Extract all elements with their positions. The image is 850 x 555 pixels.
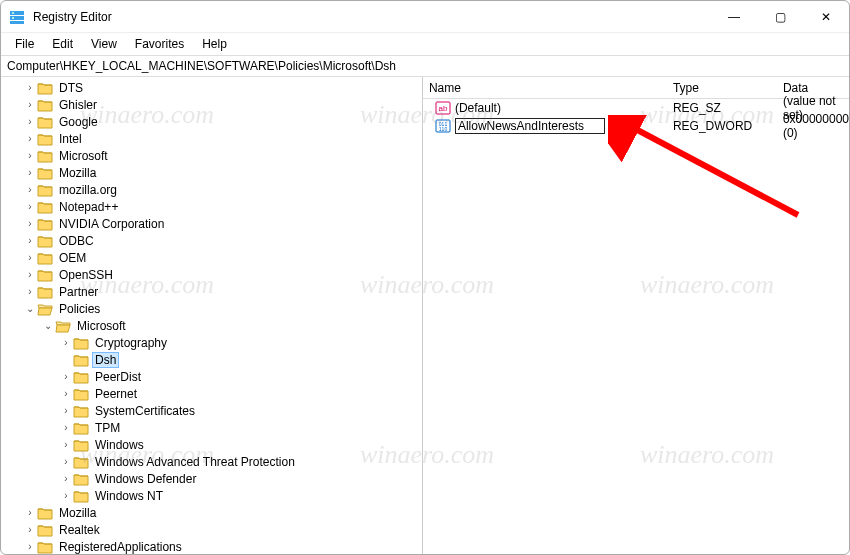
- folder-icon: [37, 285, 53, 299]
- folder-icon: [37, 166, 53, 180]
- chevron-down-icon[interactable]: ⌄: [41, 320, 55, 331]
- folder-icon: [37, 506, 53, 520]
- tree-node[interactable]: › OEM: [23, 249, 422, 266]
- tree-node[interactable]: › Intel: [23, 130, 422, 147]
- chevron-down-icon[interactable]: ⌄: [23, 303, 37, 314]
- chevron-right-icon[interactable]: ›: [23, 201, 37, 212]
- tree-node-label: PeerDist: [93, 370, 143, 384]
- chevron-right-icon[interactable]: ›: [23, 524, 37, 535]
- chevron-right-icon[interactable]: ›: [23, 150, 37, 161]
- tree-node[interactable]: Dsh: [59, 351, 422, 368]
- tree-node[interactable]: › TPM: [59, 419, 422, 436]
- tree-node[interactable]: › Windows: [59, 436, 422, 453]
- chevron-right-icon[interactable]: ›: [23, 507, 37, 518]
- folder-icon: [73, 438, 89, 452]
- column-data[interactable]: Data: [783, 81, 849, 95]
- tree-node-label: SystemCertificates: [93, 404, 197, 418]
- chevron-right-icon[interactable]: ›: [59, 337, 73, 348]
- tree-node[interactable]: › Google: [23, 113, 422, 130]
- tree-node[interactable]: › Partner: [23, 283, 422, 300]
- chevron-right-icon[interactable]: ›: [23, 269, 37, 280]
- menu-file[interactable]: File: [7, 35, 42, 53]
- tree-node[interactable]: › Windows Advanced Threat Protection: [59, 453, 422, 470]
- value-name-edit[interactable]: [455, 118, 605, 134]
- tree-node[interactable]: › Ghisler: [23, 96, 422, 113]
- tree-node[interactable]: › Cryptography: [59, 334, 422, 351]
- tree-node[interactable]: › Microsoft: [23, 147, 422, 164]
- minimize-button[interactable]: —: [711, 1, 757, 32]
- registry-tree[interactable]: › DTS › Ghisler › Google › Intel › Micro…: [5, 79, 422, 554]
- tree-pane[interactable]: › DTS › Ghisler › Google › Intel › Micro…: [1, 77, 423, 554]
- menu-view[interactable]: View: [83, 35, 125, 53]
- tree-node[interactable]: › OpenSSH: [23, 266, 422, 283]
- tree-node-label: Mozilla: [57, 506, 98, 520]
- tree-node[interactable]: ⌄ Policies: [23, 300, 422, 317]
- chevron-right-icon[interactable]: ›: [59, 422, 73, 433]
- tree-node[interactable]: › Realtek: [23, 521, 422, 538]
- tree-node[interactable]: › Mozilla: [23, 164, 422, 181]
- tree-node[interactable]: › DTS: [23, 79, 422, 96]
- tree-node[interactable]: › mozilla.org: [23, 181, 422, 198]
- column-name[interactable]: Name: [423, 81, 673, 95]
- tree-node[interactable]: › ODBC: [23, 232, 422, 249]
- value-row[interactable]: 011110 REG_DWORD 0x00000000 (0): [423, 117, 849, 135]
- chevron-right-icon[interactable]: ›: [59, 405, 73, 416]
- value-type: REG_SZ: [673, 101, 783, 115]
- folder-icon: [73, 387, 89, 401]
- chevron-right-icon[interactable]: ›: [23, 286, 37, 297]
- tree-node[interactable]: › SystemCertificates: [59, 402, 422, 419]
- maximize-button[interactable]: ▢: [757, 1, 803, 32]
- tree-node[interactable]: › Notepad++: [23, 198, 422, 215]
- tree-node[interactable]: › RegisteredApplications: [23, 538, 422, 554]
- tree-node-label: Partner: [57, 285, 100, 299]
- chevron-right-icon[interactable]: ›: [59, 439, 73, 450]
- tree-node-label: Cryptography: [93, 336, 169, 350]
- tree-node-label: TPM: [93, 421, 122, 435]
- close-icon: ✕: [821, 10, 831, 24]
- chevron-right-icon[interactable]: ›: [23, 133, 37, 144]
- column-type[interactable]: Type: [673, 81, 783, 95]
- tree-node[interactable]: › Windows NT: [59, 487, 422, 504]
- address-bar[interactable]: Computer\HKEY_LOCAL_MACHINE\SOFTWARE\Pol…: [1, 55, 849, 77]
- value-type: REG_DWORD: [673, 119, 783, 133]
- folder-icon: [73, 404, 89, 418]
- tree-node[interactable]: › Mozilla: [23, 504, 422, 521]
- svg-rect-2: [10, 21, 24, 24]
- tree-node[interactable]: › Peernet: [59, 385, 422, 402]
- chevron-right-icon[interactable]: ›: [59, 456, 73, 467]
- chevron-right-icon[interactable]: ›: [23, 99, 37, 110]
- chevron-right-icon[interactable]: ›: [59, 473, 73, 484]
- folder-icon: [37, 132, 53, 146]
- values-pane[interactable]: Name Type Data ab (Default) REG_SZ (valu…: [423, 77, 849, 554]
- tree-node-label: OEM: [57, 251, 88, 265]
- tree-node-label: Microsoft: [57, 149, 110, 163]
- chevron-right-icon[interactable]: ›: [59, 388, 73, 399]
- chevron-right-icon[interactable]: ›: [23, 235, 37, 246]
- chevron-right-icon[interactable]: ›: [23, 184, 37, 195]
- chevron-right-icon[interactable]: ›: [23, 167, 37, 178]
- close-button[interactable]: ✕: [803, 1, 849, 32]
- tree-node[interactable]: ⌄ Microsoft: [41, 317, 422, 334]
- folder-icon: [37, 251, 53, 265]
- titlebar[interactable]: Registry Editor — ▢ ✕: [1, 1, 849, 33]
- tree-node[interactable]: › NVIDIA Corporation: [23, 215, 422, 232]
- tree-node-label: NVIDIA Corporation: [57, 217, 166, 231]
- tree-node[interactable]: › Windows Defender: [59, 470, 422, 487]
- chevron-right-icon[interactable]: ›: [23, 252, 37, 263]
- chevron-right-icon[interactable]: ›: [59, 371, 73, 382]
- chevron-right-icon[interactable]: ›: [59, 490, 73, 501]
- menu-help[interactable]: Help: [194, 35, 235, 53]
- window-controls: — ▢ ✕: [711, 1, 849, 32]
- chevron-right-icon[interactable]: ›: [23, 116, 37, 127]
- folder-icon: [37, 234, 53, 248]
- chevron-right-icon[interactable]: ›: [23, 218, 37, 229]
- tree-node-label: Windows NT: [93, 489, 165, 503]
- menu-edit[interactable]: Edit: [44, 35, 81, 53]
- chevron-right-icon[interactable]: ›: [23, 82, 37, 93]
- tree-node[interactable]: › PeerDist: [59, 368, 422, 385]
- menu-favorites[interactable]: Favorites: [127, 35, 192, 53]
- values-list[interactable]: ab (Default) REG_SZ (value not set) 0111…: [423, 99, 849, 554]
- chevron-right-icon[interactable]: ›: [23, 541, 37, 552]
- content-split: › DTS › Ghisler › Google › Intel › Micro…: [1, 77, 849, 554]
- string-value-icon: ab: [435, 100, 451, 116]
